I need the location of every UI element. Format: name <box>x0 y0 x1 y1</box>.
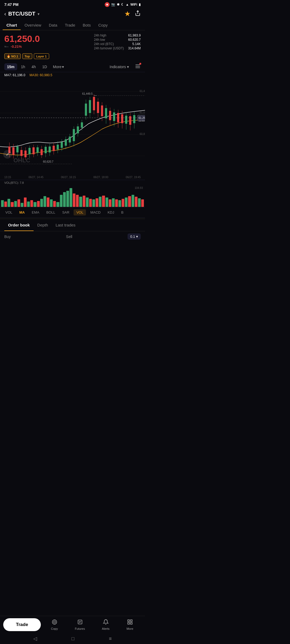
ind-tab-boll[interactable]: BOLL <box>44 209 58 215</box>
svg-rect-21 <box>32 147 35 154</box>
tf-1d[interactable]: 1D <box>39 63 50 70</box>
ob-tab-lasttrades[interactable]: Last trades <box>52 219 79 231</box>
share-button[interactable] <box>135 10 141 17</box>
svg-text:61,449.5: 61,449.5 <box>82 92 93 95</box>
volume-bar <box>63 192 66 207</box>
indicators-button[interactable]: Indicators ▾ <box>107 63 132 70</box>
ind-tab-vol2[interactable]: VOL <box>74 209 86 215</box>
volume-bar <box>102 196 105 207</box>
decimal-selector[interactable]: 0.1 ▾ <box>128 233 141 240</box>
volume-bar <box>89 199 92 207</box>
ind-tab-macd[interactable]: MACD <box>88 209 103 215</box>
status-icons: ⏺ 📷 ✱ ☾ ▲ WiFi ▮ <box>105 2 141 7</box>
tab-bots[interactable]: Bots <box>79 21 95 30</box>
badge-layer1[interactable]: Layer 1 <box>34 53 49 59</box>
stat-val-low: 60,620.7 <box>128 38 141 42</box>
ob-tab-orderbook[interactable]: Order book <box>4 219 34 231</box>
volume-bar <box>83 196 85 207</box>
badge-top[interactable]: Top <box>22 53 32 59</box>
volume-bar <box>11 202 13 207</box>
ind-tab-vol1[interactable]: VOL <box>3 209 15 215</box>
chart-settings-button[interactable] <box>135 63 141 70</box>
bluetooth-icon: ✱ <box>117 3 119 6</box>
ind-tab-ema[interactable]: EMA <box>29 209 42 215</box>
tf-1h[interactable]: 1h <box>18 63 28 70</box>
header: ‹ BTC/USDT ▾ ★ <box>0 8 145 21</box>
ob-tab-depth[interactable]: Depth <box>34 219 52 231</box>
time: 7:47 PM <box>4 2 19 7</box>
badges: 🔥 NO.1 Top Layer 1 <box>0 52 145 62</box>
camera-icon: 📷 <box>111 3 115 6</box>
svg-rect-58 <box>101 105 103 116</box>
pair-name[interactable]: BTC/USDT <box>8 11 35 17</box>
badge-no1[interactable]: 🔥 NO.1 <box>4 53 21 59</box>
svg-rect-56 <box>97 102 99 113</box>
svg-rect-64 <box>113 112 115 121</box>
main-tabs: Chart Overview Data Trade Bots Copy <box>0 21 145 30</box>
tab-overview[interactable]: Overview <box>21 21 45 30</box>
stat-24h-vol: 24h vol (BTC) 5.14K <box>94 42 141 46</box>
back-button[interactable]: ‹ <box>4 11 6 17</box>
volume-bar <box>17 199 20 207</box>
svg-rect-43 <box>77 126 79 133</box>
volume-bar <box>135 197 137 207</box>
fire-icon: 🔥 <box>7 54 10 58</box>
tab-copy[interactable]: Copy <box>95 21 111 30</box>
volume-bar <box>53 201 56 207</box>
svg-text:61,400.0: 61,400.0 <box>140 90 145 93</box>
volume-bar <box>96 198 98 207</box>
header-left: ‹ BTC/USDT ▾ <box>4 11 39 17</box>
time-label-0: 13:15 <box>4 176 11 179</box>
pair-dropdown-icon[interactable]: ▾ <box>38 12 39 16</box>
volume-bar <box>73 193 75 207</box>
tf-15m[interactable]: 15m <box>4 63 17 70</box>
tab-data[interactable]: Data <box>45 21 61 30</box>
ind-tab-kdj[interactable]: KDJ <box>105 209 117 215</box>
volume-chart <box>0 185 145 207</box>
ind-tab-ma[interactable]: MA <box>17 209 27 215</box>
volume-bar <box>4 202 7 207</box>
ind-tab-b[interactable]: B <box>118 209 126 215</box>
volume-bar <box>118 200 121 207</box>
volume-bar <box>115 199 118 207</box>
favorite-button[interactable]: ★ <box>124 10 130 18</box>
tab-trade[interactable]: Trade <box>61 21 79 30</box>
stat-label-vol: 24h vol (BTC) <box>94 42 114 46</box>
volume-bar <box>56 202 59 207</box>
svg-rect-23 <box>37 147 39 153</box>
ma30-value: MA30: 60,980.5 <box>30 73 52 77</box>
svg-rect-27 <box>45 147 47 153</box>
svg-text:61,250.0: 61,250.0 <box>139 116 145 119</box>
svg-rect-19 <box>28 148 31 154</box>
status-bar: 7:47 PM ⏺ 📷 ✱ ☾ ▲ WiFi ▮ <box>0 0 145 8</box>
tf-4h[interactable]: 4h <box>29 63 39 70</box>
volume-bar <box>40 199 43 207</box>
price-meta: ≈-- -0.21% <box>4 45 40 49</box>
svg-rect-72 <box>129 116 131 125</box>
current-price: 61,250.0 <box>4 34 40 44</box>
price-approx: ≈-- <box>4 45 9 49</box>
volume-bar <box>109 199 111 207</box>
timeframe-bar: 15m 1h 4h 1D More ▾ Indicators ▾ <box>0 62 145 72</box>
wifi-icon: WiFi <box>130 3 137 6</box>
ind-tab-sar[interactable]: SAR <box>60 209 72 215</box>
volume-bar <box>37 201 40 207</box>
volume-bar <box>8 199 10 207</box>
volume-bar <box>50 199 53 207</box>
stat-label-low: 24h low <box>94 38 105 42</box>
time-label-3: 06/27, 18:00 <box>93 176 108 179</box>
volume-bar <box>27 202 30 207</box>
svg-rect-49 <box>89 100 91 113</box>
svg-rect-66 <box>117 113 119 122</box>
volume-bar <box>112 198 115 207</box>
price-section: 61,250.0 ≈-- -0.21% 24h high 61,983.9 24… <box>0 30 145 52</box>
chart-area[interactable]: 61,449.5 61,250.0 12:03 61,400.0 <box>0 78 145 175</box>
signal-icon: ▲ <box>126 3 129 6</box>
svg-rect-33 <box>57 145 59 149</box>
tab-chart[interactable]: Chart <box>3 21 21 30</box>
expand-chart-button[interactable]: ⤢ <box>3 150 12 159</box>
tf-more[interactable]: More ▾ <box>51 63 66 70</box>
time-axis: 13:15 06/27, 14:45 06/27, 16:15 06/27, 1… <box>0 175 145 180</box>
svg-rect-25 <box>41 149 43 155</box>
svg-rect-45 <box>81 122 83 128</box>
